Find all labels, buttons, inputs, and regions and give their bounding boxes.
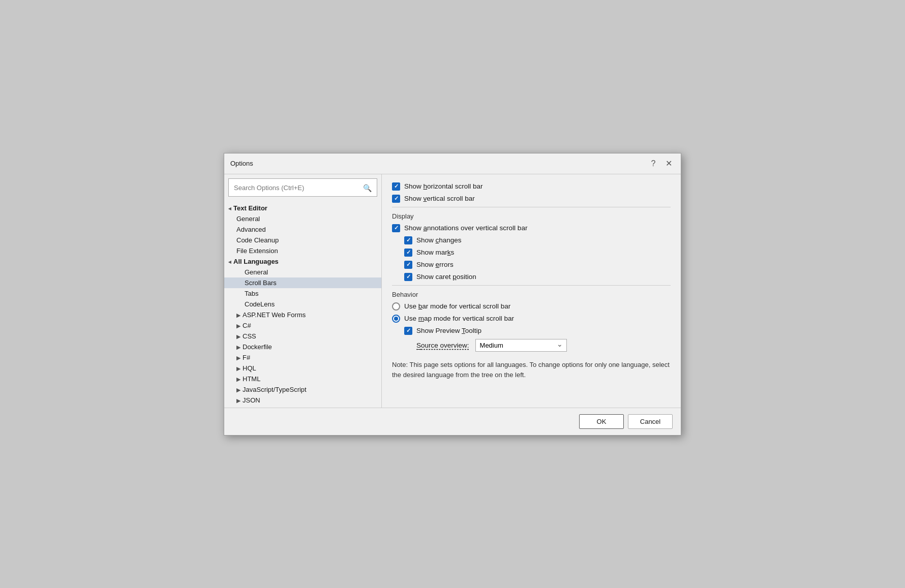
radio-map-mode-input[interactable]	[392, 315, 400, 323]
tree-item-text-editor[interactable]: ◂Text Editor	[224, 203, 381, 213]
tree: ◂Text EditorGeneralAdvancedCode CleanupF…	[224, 201, 381, 408]
search-box-wrap[interactable]: 🔍	[228, 178, 377, 197]
tree-item-all-languages[interactable]: ◂All Languages	[224, 256, 381, 267]
tree-item-aspnet[interactable]: ▶ASP.NET Web Forms	[224, 310, 381, 320]
tree-item-css[interactable]: ▶CSS	[224, 331, 381, 342]
source-overview-dropdown[interactable]: Medium Small Large	[475, 339, 567, 352]
display-section-title: Display	[392, 212, 671, 220]
checkbox-show-caret: Show caret position	[404, 273, 671, 281]
tree-item-general2[interactable]: General	[224, 267, 381, 277]
checkbox-show-horiz-input[interactable]	[392, 182, 400, 191]
dialog-title: Options	[230, 160, 253, 167]
checkbox-show-annot: Show annotations over vertical scroll ba…	[392, 224, 671, 232]
checkbox-show-annot-label: Show annotations over vertical scroll ba…	[404, 224, 527, 232]
ok-button[interactable]: OK	[579, 414, 624, 429]
tree-item-hql[interactable]: ▶HQL	[224, 363, 381, 374]
checkbox-show-vert: Show vertical scroll bar	[392, 195, 671, 203]
title-bar: Options ? ✕	[224, 153, 681, 174]
checkbox-show-vert-label: Show vertical scroll bar	[404, 195, 475, 202]
checkbox-show-horiz-label: Show horizontal scroll bar	[404, 182, 483, 190]
source-overview-dropdown-wrap: Medium Small Large	[475, 339, 567, 352]
divider-display	[392, 207, 671, 207]
checkbox-show-errors-input[interactable]	[404, 261, 412, 269]
checkbox-show-caret-label: Show caret position	[416, 273, 476, 281]
tree-item-csharp[interactable]: ▶C#	[224, 320, 381, 331]
help-button[interactable]: ?	[647, 158, 659, 170]
source-overview-row: Source overview: Medium Small Large	[416, 339, 671, 352]
note-text: Note: This page sets options for all lan…	[392, 360, 671, 381]
dialog-body: 🔍 ◂Text EditorGeneralAdvancedCode Cleanu…	[224, 174, 681, 408]
tree-item-scroll-bars[interactable]: Scroll Bars	[224, 277, 381, 288]
checkbox-show-preview-label: Show Preview Tooltip	[416, 327, 481, 334]
source-overview-label: Source overview:	[416, 342, 469, 349]
tree-item-advanced[interactable]: Advanced	[224, 224, 381, 235]
tree-item-file-extension[interactable]: File Extension	[224, 245, 381, 256]
tree-item-tabs[interactable]: Tabs	[224, 288, 381, 299]
behavior-section-title: Behavior	[392, 291, 671, 298]
tree-item-dockerfile[interactable]: ▶Dockerfile	[224, 342, 381, 352]
radio-map-mode-label: Use map mode for vertical scroll bar	[404, 315, 514, 322]
search-input[interactable]	[234, 184, 363, 192]
checkbox-show-annot-input[interactable]	[392, 224, 400, 232]
checkbox-show-horiz: Show horizontal scroll bar	[392, 182, 671, 191]
radio-map-mode: Use map mode for vertical scroll bar	[392, 315, 671, 323]
tree-item-js-ts[interactable]: ▶JavaScript/TypeScript	[224, 384, 381, 395]
search-icon: 🔍	[363, 184, 372, 192]
checkbox-show-changes-label: Show changes	[416, 236, 462, 244]
checkbox-show-preview-input[interactable]	[404, 327, 412, 335]
left-panel: 🔍 ◂Text EditorGeneralAdvancedCode Cleanu…	[224, 174, 382, 408]
options-dialog: Options ? ✕ 🔍 ◂Text EditorGeneralAdvance…	[224, 153, 681, 436]
radio-bar-mode: Use bar mode for vertical scroll bar	[392, 302, 671, 311]
checkbox-show-marks-input[interactable]	[404, 249, 412, 257]
checkbox-show-changes: Show changes	[404, 236, 671, 244]
checkbox-show-preview: Show Preview Tooltip	[404, 327, 671, 335]
radio-bar-mode-input[interactable]	[392, 302, 400, 311]
tree-item-html[interactable]: ▶HTML	[224, 374, 381, 384]
checkbox-show-marks: Show marks	[404, 249, 671, 257]
tree-item-json[interactable]: ▶JSON	[224, 395, 381, 406]
cancel-button[interactable]: Cancel	[628, 414, 673, 429]
title-bar-controls: ? ✕	[647, 158, 675, 170]
tree-item-codelens[interactable]: CodeLens	[224, 299, 381, 310]
checkbox-show-marks-label: Show marks	[416, 249, 454, 256]
checkbox-show-vert-input[interactable]	[392, 195, 400, 203]
checkbox-show-changes-input[interactable]	[404, 236, 412, 244]
right-panel: Show horizontal scroll bar Show vertical…	[382, 174, 681, 408]
radio-bar-mode-label: Use bar mode for vertical scroll bar	[404, 302, 510, 310]
close-button[interactable]: ✕	[662, 158, 675, 170]
tree-item-fsharp[interactable]: ▶F#	[224, 352, 381, 363]
checkbox-show-caret-input[interactable]	[404, 273, 412, 281]
divider-behavior	[392, 285, 671, 286]
dialog-footer: OK Cancel	[224, 408, 681, 435]
tree-item-code-cleanup[interactable]: Code Cleanup	[224, 235, 381, 245]
checkbox-show-errors: Show errors	[404, 261, 671, 269]
checkbox-show-errors-label: Show errors	[416, 261, 454, 268]
tree-item-general1[interactable]: General	[224, 213, 381, 224]
